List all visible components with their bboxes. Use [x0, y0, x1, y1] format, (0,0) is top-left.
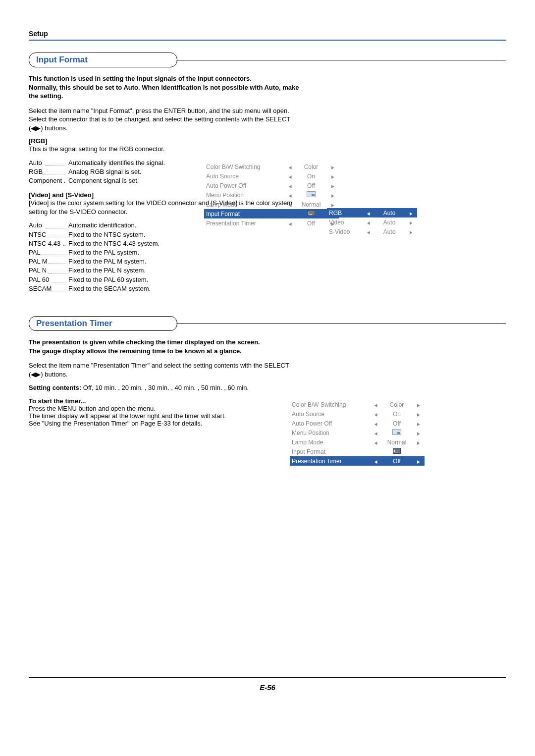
osd-row: Auto Power OffOff: [290, 419, 425, 428]
osd-value: [382, 447, 412, 456]
left-arrow-icon: [374, 458, 377, 465]
osd-label: Color B/W Switching: [290, 400, 369, 409]
left-arrow-icon: [288, 163, 292, 170]
osd-menu-main: Color B/W SwitchingColorAuto SourceOnAut…: [204, 162, 339, 228]
osd-row: RGBAuto: [327, 208, 417, 217]
osd-row: Presentation TimerOff: [204, 218, 339, 228]
osd-label: Input Format: [204, 209, 283, 218]
def-key: PAL 60: [29, 275, 68, 284]
def-val: Fixed to the SECAM system.: [68, 284, 506, 293]
osd-value: Color: [382, 400, 412, 409]
start-timer-l2: The timer display will appear at the low…: [29, 412, 506, 420]
osd-label: Color B/W Switching: [204, 162, 283, 171]
left-arrow-icon: [374, 439, 377, 446]
timer-intro-1: The presentation is given while checking…: [29, 338, 301, 347]
osd-label: Lamp Mode: [204, 200, 283, 209]
rgb-heading: [RGB]: [29, 137, 506, 145]
osd-row: S-VideoAuto: [327, 227, 417, 236]
setting-contents-label: Setting contents:: [29, 384, 81, 391]
right-arrow-icon: [417, 430, 420, 436]
def-key: Auto: [29, 221, 68, 230]
def-row: PAL MFixed to the PAL M system.: [29, 257, 506, 266]
osd-row: Presentation TimerOff: [290, 456, 425, 466]
osd-row: VideoAuto: [327, 217, 417, 227]
osd-row: Auto SourceOn: [204, 171, 339, 181]
instruction-1: Select the item name "Input Format", pre…: [29, 107, 301, 115]
osd-value: Auto: [374, 217, 404, 227]
left-arrow-icon: [374, 430, 377, 436]
def-key: Auto: [29, 159, 68, 167]
def-val: Fixed to the PAL 60 system.: [68, 275, 506, 284]
intro-bold-1: This function is used in setting the inp…: [29, 74, 301, 83]
osd-value: [382, 428, 412, 437]
position-icon: [307, 191, 316, 197]
start-timer-l3: See "Using the Presentation Timer" on Pa…: [29, 420, 506, 427]
osd-value: On: [296, 171, 326, 181]
osd-row: Auto SourceOn: [290, 409, 425, 419]
left-arrow-icon: [374, 411, 377, 418]
def-val: Fixed to the NTSC 4.43 system.: [68, 239, 506, 248]
def-key: SECAM: [29, 284, 68, 293]
osd-label: Auto Power Off: [290, 419, 369, 428]
osd-value: Off: [382, 419, 412, 428]
right-arrow-icon: [331, 201, 334, 208]
osd-label: Lamp Mode: [290, 437, 369, 447]
section-heading: Input Format: [29, 53, 177, 67]
timer-instr-1: Select the item name "Presentation Timer…: [29, 361, 301, 378]
osd-label: S-Video: [327, 227, 362, 236]
left-arrow-icon: [374, 420, 377, 427]
def-key: NTSC: [29, 230, 68, 239]
def-key: Component .: [29, 176, 68, 185]
osd-row: Input Format: [290, 447, 425, 456]
section-heading-2: Presentation Timer: [29, 316, 177, 331]
osd-value: Color: [296, 162, 326, 171]
right-arrow-icon: [417, 439, 420, 446]
osd-label: Presentation Timer: [204, 218, 283, 228]
rgb-desc: This is the signal setting for the RGB c…: [29, 145, 301, 154]
def-key: NTSC 4.43 ..: [29, 239, 68, 248]
header-rule: [29, 40, 506, 41]
osd-value: On: [382, 409, 412, 419]
right-arrow-icon: [409, 210, 413, 216]
def-key: PAL: [29, 248, 68, 257]
setting-contents: Setting contents: Off, 10 min. , 20 min.…: [29, 383, 301, 392]
osd-value: [296, 190, 326, 200]
osd-value: Normal: [296, 200, 326, 209]
def-key: PAL N: [29, 266, 68, 275]
def-row: PAL NFixed to the PAL N system.: [29, 266, 506, 275]
osd-value: Normal: [382, 437, 412, 447]
left-arrow-icon: [374, 401, 377, 408]
osd-label: Menu Position: [290, 428, 369, 437]
section-heading-line: [176, 60, 506, 60]
osd-label: Auto Power Off: [204, 181, 283, 190]
osd-submenu-input-format: RGBAutoVideoAutoS-VideoAuto: [327, 208, 417, 236]
left-arrow-icon: [288, 173, 292, 180]
right-arrow-icon: [417, 401, 420, 408]
def-key: RGB: [29, 167, 68, 176]
def-key: PAL M: [29, 257, 68, 266]
osd-label: Auto Source: [290, 409, 369, 419]
osd-value: Off: [296, 181, 326, 190]
osd-row: Input Format: [204, 209, 339, 218]
def-val: Fixed to the PAL M system.: [68, 257, 506, 266]
osd-value: Auto: [374, 208, 404, 217]
right-arrow-icon: [331, 192, 334, 199]
osd-label: Auto Source: [204, 171, 283, 181]
left-arrow-icon: [367, 210, 370, 216]
start-timer-l1: Press the MENU button and open the menu.: [29, 405, 506, 412]
osd-label: Video: [327, 217, 362, 227]
def-row: NTSCFixed to the NTSC system.: [29, 230, 506, 239]
right-arrow-icon: [417, 420, 420, 427]
osd-label: RGB: [327, 208, 362, 217]
position-icon: [392, 429, 401, 435]
left-arrow-icon: [367, 228, 370, 235]
osd-row: Auto Power OffOff: [204, 181, 339, 190]
osd-value: Off: [382, 456, 412, 466]
osd-row: Menu Position: [290, 428, 425, 437]
right-arrow-icon: [417, 458, 420, 465]
def-row: PALFixed to the PAL system.: [29, 248, 506, 257]
osd-value: [296, 209, 326, 218]
osd-menu-timer: Color B/W SwitchingColorAuto SourceOnAut…: [290, 400, 425, 466]
video-def-list: AutoAutomatic identification.NTSCFixed t…: [29, 221, 506, 293]
def-row: NTSC 4.43 ..Fixed to the NTSC 4.43 syste…: [29, 239, 506, 248]
